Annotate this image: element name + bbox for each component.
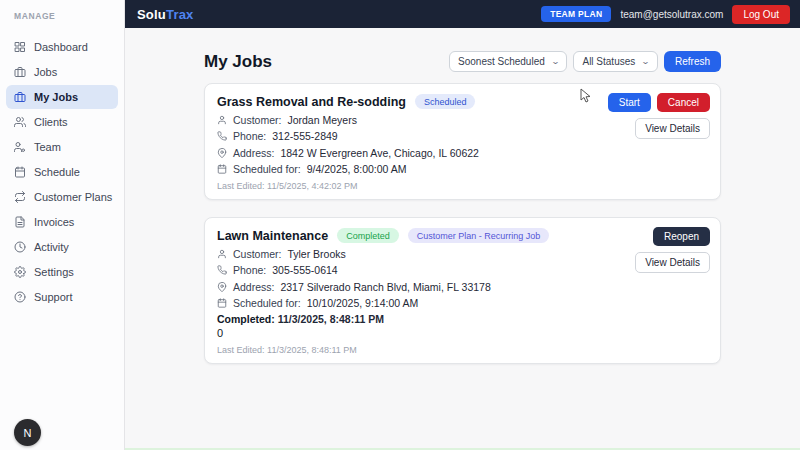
phone-label: Phone: — [233, 130, 266, 142]
status-badge: Scheduled — [415, 94, 476, 109]
sidebar-item-invoices[interactable]: Invoices — [6, 210, 118, 234]
view-details-button[interactable]: View Details — [635, 118, 710, 139]
customer-value: Jordan Meyers — [287, 114, 356, 126]
start-button[interactable]: Start — [608, 93, 651, 112]
plan-badge: TEAM PLAN — [541, 6, 611, 22]
app-logo: SoluTrax — [137, 7, 194, 22]
sidebar: MANAGE DashboardJobsMy JobsClientsTeamSc… — [0, 0, 125, 450]
location-pin-icon — [217, 148, 227, 158]
reopen-button[interactable]: Reopen — [653, 227, 710, 246]
sidebar-item-customer-plans[interactable]: Customer Plans — [6, 185, 118, 209]
sidebar-item-label: Settings — [34, 266, 74, 278]
invoice-icon — [14, 216, 26, 228]
customer-value: Tyler Brooks — [287, 248, 345, 260]
address-label: Address: — [233, 147, 274, 159]
avatar[interactable]: N — [14, 419, 41, 446]
person-icon — [217, 249, 227, 259]
customer-label: Customer: — [233, 114, 281, 126]
sort-select[interactable]: Soonest Scheduled ⌄ — [449, 51, 567, 72]
calendar-icon — [217, 298, 227, 308]
completed-label: Completed: — [217, 313, 275, 325]
customer-label: Customer: — [233, 248, 281, 260]
sidebar-item-activity[interactable]: Activity — [6, 235, 118, 259]
scheduled-label: Scheduled for: — [233, 297, 301, 309]
main-content: My Jobs Soonest Scheduled ⌄ All Statuses… — [125, 28, 800, 450]
phone-value: 312-555-2849 — [272, 130, 337, 142]
sidebar-item-label: Support — [34, 291, 73, 303]
status-badge: Completed — [337, 228, 399, 243]
sidebar-item-label: Schedule — [34, 166, 80, 178]
sidebar-item-settings[interactable]: Settings — [6, 260, 118, 284]
help-icon — [14, 291, 26, 303]
logo-part-2: Trax — [166, 7, 194, 22]
view-details-button[interactable]: View Details — [635, 252, 710, 273]
status-filter-select[interactable]: All Statuses ⌄ — [573, 51, 658, 72]
sidebar-section-label: MANAGE — [0, 0, 124, 21]
clock-icon — [14, 241, 26, 253]
address-label: Address: — [233, 281, 274, 293]
last-edited-value: 11/5/2025, 4:42:02 PM — [267, 181, 357, 191]
phone-icon — [217, 131, 227, 141]
job-card: Grass Removal and Re-sodding Scheduled C… — [204, 83, 721, 200]
sidebar-item-dashboard[interactable]: Dashboard — [6, 35, 118, 59]
page-title: My Jobs — [204, 52, 272, 72]
sidebar-item-label: Clients — [34, 116, 68, 128]
account-email: team@getsolutrax.com — [620, 9, 723, 20]
phone-value: 305-555-0614 — [272, 264, 337, 276]
status-filter-value: All Statuses — [582, 56, 635, 67]
sidebar-item-support[interactable]: Support — [6, 285, 118, 309]
repeat-icon — [14, 191, 26, 203]
gear-icon — [14, 266, 26, 278]
sidebar-nav: DashboardJobsMy JobsClientsTeamScheduleC… — [0, 35, 124, 309]
scheduled-label: Scheduled for: — [233, 163, 301, 175]
person-icon — [217, 115, 227, 125]
logo-part-1: Solu — [137, 7, 166, 22]
refresh-button[interactable]: Refresh — [664, 51, 721, 72]
briefcase-icon — [14, 66, 26, 78]
sidebar-item-label: Team — [34, 141, 61, 153]
sidebar-item-schedule[interactable]: Schedule — [6, 160, 118, 184]
cancel-button[interactable]: Cancel — [657, 93, 710, 112]
phone-label: Phone: — [233, 264, 266, 276]
job-title: Grass Removal and Re-sodding — [217, 95, 406, 109]
last-edited: Last Edited: 11/5/2025, 4:42:02 PM — [217, 181, 708, 191]
calendar-icon — [14, 166, 26, 178]
address-value: 1842 W Evergreen Ave, Chicago, IL 60622 — [280, 147, 478, 159]
last-edited-value: 11/3/2025, 8:48:11 PM — [267, 345, 357, 355]
calendar-icon — [217, 164, 227, 174]
last-edited-label: Last Edited: — [217, 345, 265, 355]
location-pin-icon — [217, 282, 227, 292]
sort-select-value: Soonest Scheduled — [458, 56, 545, 67]
completed-value: 11/3/2025, 8:48:11 PM — [278, 313, 384, 325]
sidebar-item-team[interactable]: Team — [6, 135, 118, 159]
sidebar-item-label: Customer Plans — [34, 191, 112, 203]
team-icon — [14, 141, 26, 153]
topbar: SoluTrax TEAM PLAN team@getsolutrax.com … — [125, 0, 800, 28]
scheduled-value: 9/4/2025, 8:00:00 AM — [307, 163, 407, 175]
chevron-down-icon: ⌄ — [550, 57, 559, 66]
sidebar-item-clients[interactable]: Clients — [6, 110, 118, 134]
clients-icon — [14, 116, 26, 128]
completed-row: Completed: 11/3/2025, 8:48:11 PM — [217, 313, 708, 325]
job-card: Lawn Maintenance Completed Customer Plan… — [204, 217, 721, 364]
sidebar-item-jobs[interactable]: Jobs — [6, 60, 118, 84]
extra-value: 0 — [217, 327, 708, 339]
address-value: 2317 Silverado Ranch Blvd, Miami, FL 331… — [280, 281, 490, 293]
phone-icon — [217, 265, 227, 275]
sidebar-item-label: Activity — [34, 241, 69, 253]
briefcase-icon — [14, 91, 26, 103]
last-edited-label: Last Edited: — [217, 181, 265, 191]
sidebar-item-label: Invoices — [34, 216, 74, 228]
sidebar-item-label: My Jobs — [34, 91, 78, 103]
last-edited: Last Edited: 11/3/2025, 8:48:11 PM — [217, 345, 708, 355]
sidebar-item-label: Dashboard — [34, 41, 88, 53]
scheduled-value: 10/10/2025, 9:14:00 AM — [307, 297, 419, 309]
sidebar-item-my-jobs[interactable]: My Jobs — [6, 85, 118, 109]
logout-button[interactable]: Log Out — [732, 5, 790, 24]
chevron-down-icon: ⌄ — [641, 57, 650, 66]
sidebar-item-label: Jobs — [34, 66, 57, 78]
dashboard-icon — [14, 41, 26, 53]
plan-badge: Customer Plan - Recurring Job — [408, 228, 550, 243]
job-title: Lawn Maintenance — [217, 229, 328, 243]
